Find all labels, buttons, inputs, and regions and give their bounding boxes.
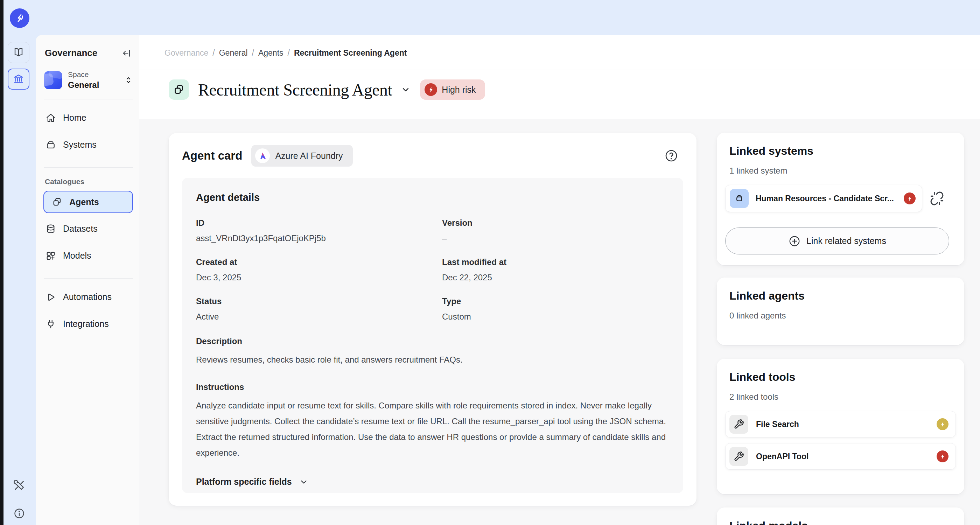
- docs-rail-button[interactable]: [8, 42, 29, 63]
- system-high-risk-bolt-icon: [904, 192, 916, 204]
- header-divider: [139, 70, 980, 70]
- automations-play-icon: [46, 292, 56, 302]
- platform-badge-label: Azure AI Foundry: [275, 151, 343, 161]
- breadcrumb-general[interactable]: General: [219, 48, 248, 58]
- field-value: –: [442, 234, 669, 243]
- space-avatar: [44, 71, 62, 89]
- sidebar-item-models[interactable]: Models: [36, 242, 139, 269]
- divider: [44, 99, 133, 99]
- linked-tool-name: File Search: [756, 420, 929, 429]
- sidebar-item-integrations[interactable]: Integrations: [36, 310, 139, 337]
- app-logo[interactable]: [10, 8, 29, 28]
- desktop-background-sliver: [0, 0, 3, 525]
- linked-models-card: Linked models: [717, 508, 964, 525]
- linked-agents-count: 0 linked agents: [729, 311, 964, 321]
- linked-system-name: Human Resources - Candidate Scr...: [756, 194, 897, 204]
- sidebar-item-label: Automations: [63, 292, 111, 302]
- sidebar-item-systems[interactable]: Systems: [36, 131, 139, 158]
- breadcrumb-separator: /: [252, 48, 254, 58]
- linked-agents-heading: Linked agents: [729, 290, 964, 302]
- description-label: Description: [196, 336, 669, 346]
- unlink-icon: [930, 191, 944, 205]
- admin-tools-button[interactable]: [13, 479, 26, 492]
- sidebar-item-agents[interactable]: Agents: [43, 191, 133, 213]
- agent-details-heading: Agent details: [196, 192, 669, 204]
- field-label: Type: [442, 296, 669, 306]
- sidebar-item-label: Integrations: [63, 319, 109, 329]
- high-risk-bolt-icon: [425, 83, 437, 96]
- linked-tools-count: 2 linked tools: [729, 392, 964, 402]
- sidebar-item-label: Home: [63, 113, 86, 123]
- linked-systems-heading: Linked systems: [729, 145, 964, 158]
- field-value: Dec 22, 2025: [442, 273, 669, 282]
- linked-tool-row-file-search[interactable]: File Search: [725, 411, 956, 438]
- instructions-block: Instructions Analyze candidate input or …: [196, 382, 669, 461]
- risk-badge-label: High risk: [442, 85, 476, 95]
- sidebar-item-datasets[interactable]: Datasets: [36, 215, 139, 242]
- field-label: ID: [196, 218, 442, 228]
- governance-rail-button[interactable]: [8, 68, 29, 90]
- info-button[interactable]: [13, 508, 25, 519]
- link-related-systems-button[interactable]: Link related systems: [725, 228, 949, 255]
- linked-tool-row-openapi[interactable]: OpenAPI Tool: [725, 443, 956, 470]
- info-icon: [13, 508, 25, 519]
- linked-system-row[interactable]: Human Resources - Candidate Scr...: [725, 185, 922, 212]
- field-label: Created at: [196, 257, 442, 267]
- field-type: Type Custom: [442, 296, 669, 321]
- title-chevron-down-icon[interactable]: [400, 84, 411, 95]
- instructions-text: Analyze candidate input or resume text f…: [196, 398, 669, 461]
- sidebar-item-label: Datasets: [63, 224, 98, 234]
- field-label: Last modified at: [442, 257, 669, 267]
- sidebar-item-label: Agents: [69, 197, 99, 207]
- field-last-modified-at: Last modified at Dec 22, 2025: [442, 257, 669, 282]
- agent-details-panel: Agent details ID asst_VRnDt3yx1p3FqatOEj…: [182, 178, 683, 493]
- agent-type-icon-badge: [169, 80, 189, 100]
- sidebar-item-automations[interactable]: Automations: [36, 283, 139, 310]
- agents-copy-icon: [52, 197, 62, 207]
- platform-specific-fields-toggle[interactable]: Platform specific fields: [196, 477, 669, 487]
- breadcrumb-governance[interactable]: Governance: [164, 48, 208, 58]
- book-icon: [13, 47, 24, 58]
- system-icon: [730, 189, 749, 208]
- systems-icon: [46, 140, 56, 150]
- platform-specific-fields-label: Platform specific fields: [196, 477, 292, 487]
- field-created-at: Created at Dec 3, 2025: [196, 257, 442, 282]
- space-selector[interactable]: Space General: [44, 70, 133, 90]
- breadcrumb-current: Recruitment Screening Agent: [294, 48, 407, 58]
- chevron-up-down-icon: [124, 76, 133, 85]
- tool-warning-bolt-icon: [937, 418, 948, 430]
- sidebar-item-label: Systems: [63, 140, 97, 150]
- space-name: General: [68, 80, 118, 90]
- sidebar-item-label: Models: [63, 251, 91, 261]
- azure-ai-foundry-icon: [255, 148, 270, 163]
- sidebar: Governance Space General Home Systems Ca…: [36, 35, 139, 525]
- lightning-logo-icon: [14, 12, 25, 24]
- help-button[interactable]: [664, 149, 678, 163]
- space-label: Space: [68, 70, 118, 79]
- chevron-down-icon: [299, 477, 309, 487]
- field-label: Version: [442, 218, 669, 228]
- collapse-sidebar-icon[interactable]: [122, 48, 132, 58]
- unlink-system-button[interactable]: [930, 191, 944, 205]
- field-value: Dec 3, 2025: [196, 273, 442, 282]
- breadcrumb-agents[interactable]: Agents: [258, 48, 283, 58]
- instructions-label: Instructions: [196, 382, 669, 392]
- linked-systems-count: 1 linked system: [729, 166, 964, 176]
- field-value: asst_VRnDt3yx1p3FqatOEjoKPj5b: [196, 234, 442, 243]
- wrench-icon: [729, 447, 748, 466]
- field-version: Version –: [442, 218, 669, 243]
- link-related-systems-label: Link related systems: [807, 236, 886, 246]
- app-rail: [3, 0, 36, 525]
- description-block: Description Reviews resumes, checks basi…: [196, 336, 669, 368]
- bank-icon: [13, 73, 24, 85]
- breadcrumb: Governance / General / Agents / Recruitm…: [139, 35, 980, 58]
- divider: [44, 278, 133, 278]
- sidebar-item-home[interactable]: Home: [36, 104, 139, 131]
- description-text: Reviews resumes, checks basic role fit, …: [196, 352, 669, 368]
- tool-high-risk-bolt-icon: [937, 450, 948, 462]
- question-circle-icon: [664, 149, 678, 163]
- platform-badge: Azure AI Foundry: [251, 145, 352, 167]
- field-label: Status: [196, 296, 442, 306]
- linked-tools-heading: Linked tools: [729, 371, 964, 383]
- models-icon: [46, 251, 56, 261]
